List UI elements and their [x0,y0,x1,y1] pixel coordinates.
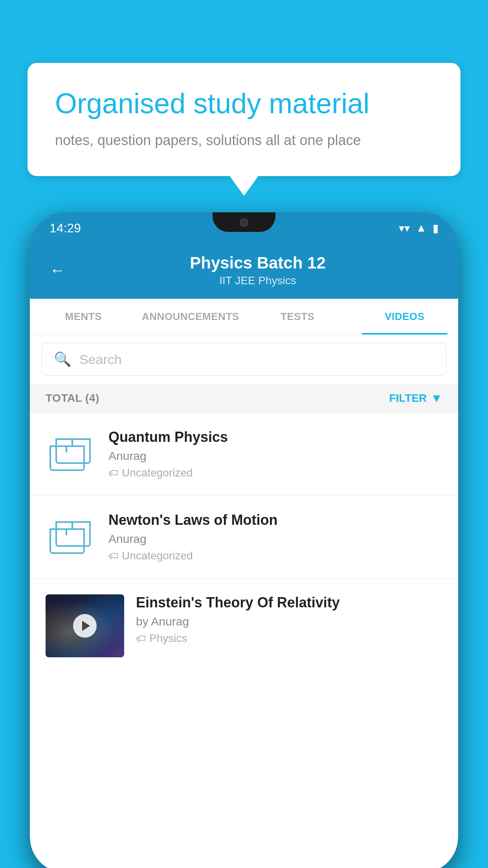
tab-bar: MENTS ANNOUNCEMENTS TESTS VIDEOS [30,299,458,335]
search-icon: 🔍 [54,351,72,368]
video-tag: 🏷 Physics [136,632,442,645]
bubble-subtitle: notes, question papers, solutions all at… [55,132,433,149]
folder-thumb-2 [46,511,97,563]
signal-icon: ▲ [416,222,427,234]
search-bar[interactable]: 🔍 Search [42,343,446,376]
phone-screen: 14:29 ▾▾ ▲ ▮ ← Physics Batch 12 IIT JEE … [30,212,458,868]
video-tag: 🏷 Uncategorized [108,550,442,562]
video-thumbnail [46,594,124,657]
video-list: Quantum Physics Anurag 🏷 Uncategorized [30,413,458,673]
back-button[interactable]: ← [50,261,65,279]
batch-subtitle: IIT JEE Physics [77,274,438,287]
total-count: TOTAL (4) [46,392,99,405]
batch-title: Physics Batch 12 [77,254,438,272]
tab-announcements[interactable]: ANNOUNCEMENTS [137,299,244,335]
folder-icon [50,517,93,557]
tab-tests[interactable]: TESTS [244,299,351,335]
search-placeholder: Search [79,352,122,367]
tag-icon: 🏷 [108,550,119,562]
tab-videos[interactable]: VIDEOS [351,299,459,335]
video-author: Anurag [108,532,442,546]
list-item[interactable]: Einstein's Theory Of Relativity by Anura… [30,579,458,673]
camera [240,218,248,227]
notch [213,212,275,232]
play-button[interactable] [73,614,97,638]
speech-bubble-wrapper: Organised study material notes, question… [28,63,460,176]
filter-label: FILTER [389,392,427,405]
folder-thumb-1 [46,428,97,480]
list-item[interactable]: Newton's Laws of Motion Anurag 🏷 Uncateg… [30,496,458,579]
video-info-1: Quantum Physics Anurag 🏷 Uncategorized [108,429,442,479]
status-bar: 14:29 ▾▾ ▲ ▮ [30,212,458,244]
video-title: Quantum Physics [108,429,442,445]
header-title-block: Physics Batch 12 IIT JEE Physics [77,254,438,287]
video-info-3: Einstein's Theory Of Relativity by Anura… [136,594,442,645]
filter-bar: TOTAL (4) FILTER ▼ [30,384,458,413]
filter-icon: ▼ [431,392,442,405]
status-time: 14:29 [50,221,81,235]
list-item[interactable]: Quantum Physics Anurag 🏷 Uncategorized [30,413,458,496]
tag-icon: 🏷 [136,633,146,645]
battery-icon: ▮ [433,222,438,235]
video-info-2: Newton's Laws of Motion Anurag 🏷 Uncateg… [108,512,442,562]
speech-bubble: Organised study material notes, question… [28,63,460,176]
video-tag: 🏷 Uncategorized [108,467,442,479]
bubble-title: Organised study material [55,86,433,120]
filter-button[interactable]: FILTER ▼ [389,392,442,405]
video-title: Newton's Laws of Motion [108,512,442,528]
phone-device: 14:29 ▾▾ ▲ ▮ ← Physics Batch 12 IIT JEE … [30,212,458,868]
video-title: Einstein's Theory Of Relativity [136,594,442,611]
video-author: by Anurag [136,615,442,628]
tag-icon: 🏷 [108,467,119,479]
wifi-icon: ▾▾ [399,222,410,235]
tab-ments[interactable]: MENTS [30,299,137,335]
phone-wrapper: 14:29 ▾▾ ▲ ▮ ← Physics Batch 12 IIT JEE … [29,212,459,868]
app-header: ← Physics Batch 12 IIT JEE Physics [30,244,458,299]
search-container: 🔍 Search [30,335,458,384]
status-icons: ▾▾ ▲ ▮ [399,222,438,235]
folder-icon [50,434,93,474]
play-icon [82,621,90,631]
video-author: Anurag [108,449,442,463]
